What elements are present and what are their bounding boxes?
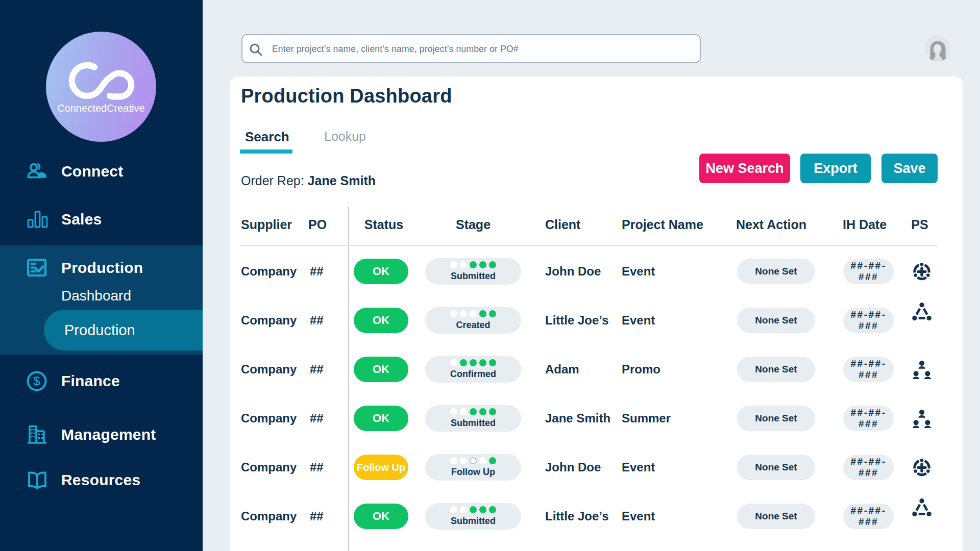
svg-text:ConnectedCreative: ConnectedCreative [57, 103, 144, 114]
svg-text:$: $ [33, 374, 40, 388]
